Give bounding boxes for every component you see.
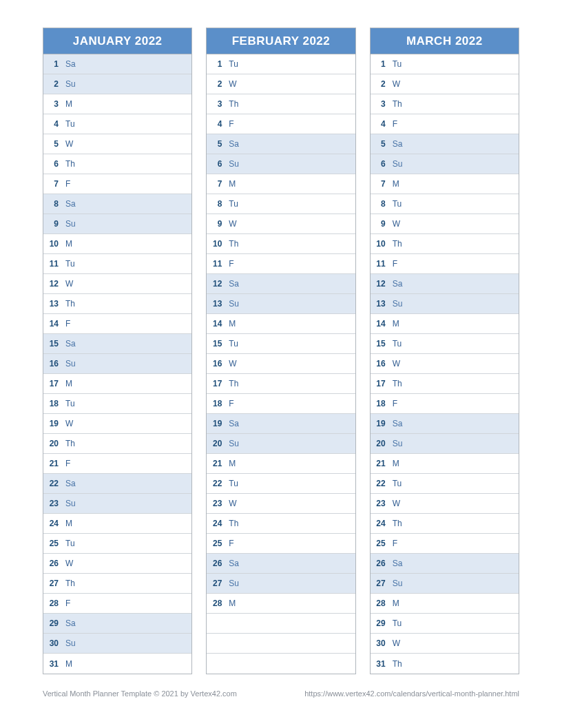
day-number: 30 [43,638,61,648]
day-weekday: Th [388,519,402,528]
day-row: 18Tu [43,394,191,414]
day-number: 12 [371,279,388,289]
day-weekday: F [225,399,233,408]
day-number: 17 [371,379,388,388]
day-weekday: Su [225,299,239,309]
day-number: 24 [207,519,225,528]
day-row: 1Tu [207,54,355,74]
day-row: 3M [43,94,191,114]
day-weekday: W [388,219,400,229]
day-weekday: Sa [388,419,403,428]
day-number: 2 [43,79,61,89]
day-number: 17 [207,379,225,388]
day-number: 20 [207,439,225,448]
day-number: 27 [207,579,225,588]
day-row: 8Tu [207,194,355,214]
day-row: 17M [43,374,191,394]
day-number: 5 [371,139,388,149]
day-row: 1Tu [371,54,519,74]
day-row: 24Th [207,514,355,534]
day-number: 9 [371,219,388,229]
day-number: 27 [43,579,61,588]
day-number: 25 [43,539,61,548]
day-number: 21 [207,459,225,468]
day-weekday: Th [225,379,238,388]
day-number: 2 [371,79,388,89]
day-weekday: W [225,219,236,229]
day-weekday: F [388,539,397,548]
day-number: 8 [207,199,225,209]
day-weekday: Sa [225,419,239,428]
day-number: 1 [207,59,225,69]
day-row: 19W [43,414,191,434]
month-column: FEBRUARY 20221Tu2W3Th4F5Sa6Su7M8Tu9W10Th… [206,28,355,674]
day-weekday: Sa [225,559,239,568]
day-weekday: Tu [61,539,75,548]
day-weekday: Tu [388,339,402,349]
day-row: 27Su [371,574,519,594]
day-row: 30W [371,634,519,654]
day-row: 25F [207,534,355,554]
day-row: 15Tu [207,334,355,354]
day-weekday: W [225,79,236,89]
day-row: 2W [207,74,355,94]
day-row: 14M [371,314,519,334]
day-row: 20Su [207,434,355,454]
day-row: 8Sa [43,194,191,214]
day-row: 9W [207,214,355,234]
month-header: JANUARY 2022 [43,28,191,54]
day-row: 12Sa [207,274,355,294]
day-weekday: M [388,319,399,329]
day-weekday: Tu [225,59,238,69]
day-row: 16W [371,354,519,374]
day-number: 12 [43,279,61,289]
day-number: 29 [371,618,388,628]
day-row: 6Su [207,154,355,174]
day-number: 19 [207,419,225,428]
day-row: 18F [207,394,355,414]
day-number: 6 [43,159,61,169]
day-row: 24M [43,514,191,534]
day-weekday: Su [61,638,76,648]
day-number: 5 [43,139,61,149]
day-row: 25F [371,534,519,554]
day-weekday: Sa [388,559,403,568]
day-row: 21F [43,454,191,474]
day-weekday: Su [388,579,403,588]
day-number: 16 [207,359,225,368]
day-row: 29Tu [371,614,519,634]
day-number: 21 [43,459,61,468]
day-number: 20 [43,439,61,448]
day-weekday: Su [388,299,403,309]
day-weekday: M [388,599,399,608]
day-row: 19Sa [207,414,355,434]
day-number: 8 [371,199,388,209]
day-number: 10 [43,239,61,249]
day-row: 27Th [43,574,191,594]
day-weekday: Tu [225,339,238,349]
day-weekday: Th [225,519,238,528]
day-row: 8Tu [371,194,519,214]
footer: Vertical Month Planner Template © 2021 b… [43,689,519,698]
day-number: 28 [43,599,61,608]
day-row: 26Sa [207,554,355,574]
month-header: MARCH 2022 [371,28,519,54]
day-number: 17 [43,379,61,388]
day-number: 15 [43,339,61,349]
day-row: 9Su [43,214,191,234]
day-number: 11 [371,259,388,269]
day-row: 4F [207,114,355,134]
day-weekday: M [225,599,236,608]
day-weekday: Th [225,99,238,109]
day-row: 23W [207,494,355,514]
day-row: 30Su [43,634,191,654]
day-weekday: Tu [388,479,402,488]
day-weekday: F [225,539,233,548]
day-weekday: F [61,179,70,189]
day-row: 20Su [371,434,519,454]
day-weekday: M [61,99,72,109]
day-weekday: Tu [388,199,402,209]
day-number: 4 [207,119,225,129]
day-number: 6 [371,159,388,169]
day-row: 21M [207,454,355,474]
